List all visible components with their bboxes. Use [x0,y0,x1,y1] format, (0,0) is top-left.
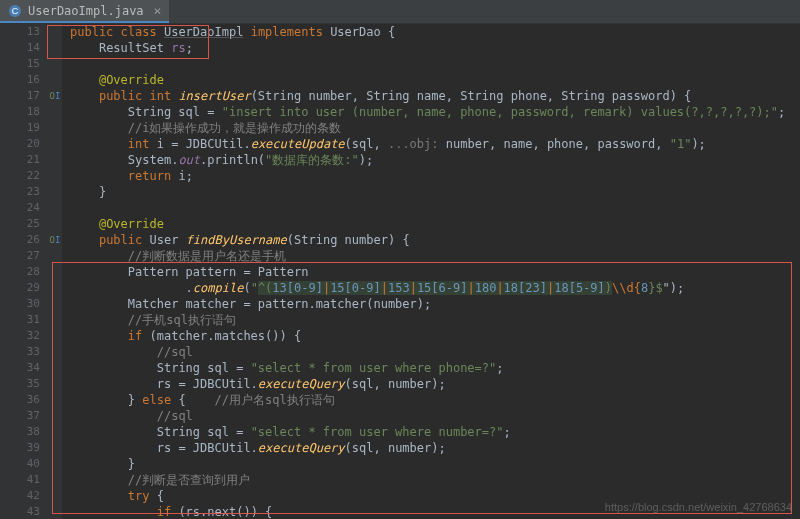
pipe: | [496,281,503,295]
svg-text:C: C [12,6,19,16]
annotation: @Override [99,217,164,231]
method-call: executeQuery [258,441,345,455]
txt: (rs.next()) { [171,505,272,519]
gutter-marker [48,56,62,72]
gutter-marker: OI [48,88,62,104]
gutter-marker [48,391,62,407]
pipe: | [467,281,474,295]
regex: 18[23] [504,281,547,295]
interface-name: UserDao [330,25,381,39]
keyword: public [99,233,142,247]
gutter-marker [48,120,62,136]
keyword: public class [70,25,157,39]
comment: //sql [157,345,193,359]
type: ResultSet [99,41,164,55]
line-number: 41 [0,472,40,488]
line-number: 32 [0,328,40,344]
var: i [157,137,164,151]
method-call: executeQuery [258,377,345,391]
gutter-marker [48,359,62,375]
gutter-marker [48,72,62,88]
close-icon[interactable]: × [154,3,162,18]
annotation: @Override [99,73,164,87]
line-number: 39 [0,440,40,456]
tab-bar: C UserDaoImpl.java × [0,0,800,24]
gutter-marker [48,471,62,487]
gutter-marker [48,455,62,471]
gutter-marker [48,439,62,455]
line-number: 35 [0,376,40,392]
line-number: 28 [0,264,40,280]
semicolon: ; [186,169,193,183]
semicolon: ; [186,41,193,55]
txt: { [149,489,163,503]
regex: 13[0-9] [272,281,323,295]
line-number: 27 [0,248,40,264]
regex: 15[6-9] [417,281,468,295]
close: "); [663,281,685,295]
keyword: int [128,137,150,151]
gutter-marker [48,24,62,40]
txt: Matcher matcher = pattern.matcher(number… [128,297,431,311]
watermark: https://blog.csdn.net/weixin_42768634 [605,501,792,513]
regex: 15[0-9] [330,281,381,295]
args: (sql, number); [345,377,446,391]
txt: { [171,393,214,407]
keyword: implements [251,25,323,39]
line-number: 29 [0,280,40,296]
regex: }$ [648,281,662,295]
regex: ^( [258,281,272,295]
regex: ) [605,281,612,295]
pipe: | [381,281,388,295]
close: ); [691,137,705,151]
comment: //判断数据是用户名还是手机 [128,249,286,263]
line-number: 24 [0,200,40,216]
line-number: 13 [0,24,40,40]
field: out [178,153,200,167]
txt: Pattern pattern = Pattern [128,265,309,279]
keyword: if [157,505,171,519]
pipe: | [410,281,417,295]
open: ( [243,281,250,295]
method-call: executeUpdate [251,137,345,151]
line-number: 42 [0,488,40,504]
var: i [178,169,185,183]
gutter-marker: OI [48,232,62,248]
method-name: insertUser [178,89,250,103]
return-type: User [142,233,185,247]
escape: \\d{ [612,281,641,295]
code-editor[interactable]: 1314151617181920212223242526272829303132… [0,24,800,519]
line-number-gutter: 1314151617181920212223242526272829303132… [0,24,48,519]
gutter-marker [48,423,62,439]
comment: //i如果操作成功，就是操作成功的条数 [128,121,342,135]
gutter-marker [48,343,62,359]
gutter-marker [48,248,62,264]
line-number: 21 [0,152,40,168]
decl: String sql = [157,425,251,439]
line-number: 38 [0,424,40,440]
line-number: 20 [0,136,40,152]
marker-gutter: OIOI [48,24,62,519]
keyword: return [128,169,171,183]
semicolon: ; [496,361,503,375]
code-area[interactable]: public class UserDaoImpl implements User… [62,24,800,519]
java-class-icon: C [8,4,22,18]
quote: " [251,281,258,295]
regex: 153 [388,281,410,295]
decl: String sql = [128,105,222,119]
brace: } [128,457,135,471]
txt: . [128,281,193,295]
line-number: 34 [0,360,40,376]
line-number: 31 [0,312,40,328]
txt: = JDBCUtil. [164,137,251,151]
gutter-marker [48,375,62,391]
line-number: 17 [0,88,40,104]
line-number: 40 [0,456,40,472]
brace: { [381,25,395,39]
gutter-marker [48,327,62,343]
line-number: 25 [0,216,40,232]
txt: rs = JDBCUtil. [157,441,258,455]
param-hint: ...obj: [388,137,446,151]
file-tab[interactable]: C UserDaoImpl.java × [0,0,169,23]
semicolon: ; [504,425,511,439]
